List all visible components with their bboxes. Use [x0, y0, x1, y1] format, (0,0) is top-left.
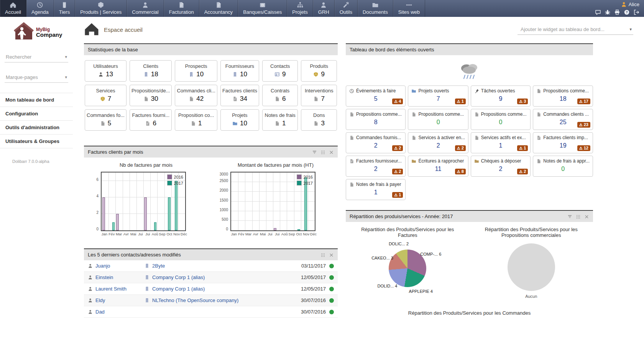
avatar — [621, 1, 627, 7]
dash-box-label: Commandes fournis... — [356, 135, 401, 140]
stat-label: Utilisateurs — [87, 63, 125, 69]
x-tick-label: Avr — [122, 232, 130, 236]
close-icon[interactable] — [329, 149, 334, 155]
menu-tab-agenda[interactable]: Agenda — [26, 0, 54, 17]
stat-box-commandes-fo[interactable]: Commandes fo...5 — [85, 109, 127, 131]
bookmarks-select[interactable]: Marque-pages ▾ — [5, 72, 68, 83]
late-badge: ⚠2 — [455, 145, 466, 151]
sidebar-item-mon-tableau-de-bord[interactable]: Mon tableau de bord — [0, 93, 73, 107]
contact-name-link[interactable]: Dad — [95, 309, 105, 315]
stat-box-contacts[interactable]: Contacts9 — [262, 60, 298, 82]
stat-box-fournisseurs[interactable]: Fournisseurs10 — [220, 60, 259, 82]
menu-tab-projets[interactable]: Projets — [287, 0, 313, 17]
stat-box-services[interactable]: Services7 — [85, 85, 127, 106]
sidebar-item-configuration[interactable]: Configuration — [0, 107, 73, 121]
doc-icon — [411, 112, 416, 117]
dash-box-propositions-comme-3[interactable]: Propositions comme...18⚠17 — [533, 85, 593, 107]
dash-box-notes-de-frais-appr-15[interactable]: Notes de frais à appr...0 — [533, 156, 593, 177]
stat-box-utilisateurs[interactable]: Utilisateurs13 — [85, 60, 127, 82]
stat-label: Commandes cli... — [177, 88, 215, 94]
dash-box-label: Propositions comme... — [543, 88, 589, 94]
menu-tab-outils[interactable]: Outils — [335, 0, 358, 17]
doc-icon — [536, 89, 541, 94]
close-icon[interactable] — [584, 214, 589, 219]
pie-invoices-col: Répartition des Produits/Services pour l… — [346, 226, 470, 304]
stat-box-projets[interactable]: Projets10 — [220, 109, 259, 131]
help-button[interactable]: ? — [624, 8, 630, 15]
dash-box-commandes-fournis-8[interactable]: Commandes fournis...2⚠2 — [346, 132, 406, 153]
late-badge: ⚠3 — [517, 99, 528, 104]
bar-2017-f-v-1 — [112, 222, 115, 231]
menu-tab-accueil[interactable]: Accueil — [0, 0, 26, 17]
open-items-widget: Tableau de bord des éléments ouverts Évé… — [346, 43, 593, 200]
stat-box-proposition-co[interactable]: Proposition co...1 — [175, 109, 217, 131]
dash-box-t-ches-ouvertes-2[interactable]: Tâches ouvertes9⚠3 — [471, 85, 531, 107]
menu-tab-facturation[interactable]: Facturation — [164, 0, 199, 17]
stat-box-factures-clients[interactable]: Factures clients34 — [220, 85, 259, 106]
stat-box-interventions[interactable]: Interventions7 — [301, 85, 337, 106]
sidebar-item-utilisateurs-groupes[interactable]: Utilisateurs & Groupes — [0, 135, 73, 148]
menu-tab-sites-web[interactable]: Sites web — [393, 0, 425, 17]
stat-box-contrats[interactable]: Contrats6 — [262, 85, 298, 106]
contact-company-link[interactable]: NLTechno (The OpenSource company) — [152, 297, 238, 303]
stat-box-notes-de-frais[interactable]: Notes de frais1 — [262, 109, 298, 131]
chat-button[interactable] — [595, 8, 601, 15]
contact-name-link[interactable]: Eldy — [95, 297, 105, 303]
stat-box-propositions-de[interactable]: Propositions/de...30 — [130, 85, 172, 106]
dash-box-propositions-comme-5[interactable]: Propositions comme...0 — [408, 109, 468, 130]
dash-box-label: Notes de frais à payer — [356, 182, 401, 187]
dash-box-critures-rapprocher-13[interactable]: Écritures à rapprocher11⚠8 — [408, 156, 468, 177]
contact-company-link[interactable]: 2Byte — [152, 263, 165, 269]
user-menu[interactable]: Alice — [621, 1, 639, 7]
dash-box-services-actifs-et-ex-10[interactable]: Services actifs et ex...1⚠1 — [471, 132, 531, 153]
stat-box-produits[interactable]: Produits9 — [301, 60, 337, 82]
dash-box-commandes-clients-7[interactable]: Commandes clients ...25⚠23 — [533, 109, 593, 130]
dash-box-notes-de-frais-payer-16[interactable]: Notes de frais à payer1⚠1 — [346, 179, 406, 200]
contact-name-link[interactable]: Juanjo — [95, 263, 110, 269]
menu-tab-produits-services[interactable]: Produits | Services — [75, 0, 127, 17]
filter-icon[interactable] — [567, 214, 572, 219]
contact-company-link[interactable]: Company Corp 1 (alias) — [152, 286, 205, 292]
dash-box-ch-ques-d-poser-14[interactable]: Chèques à déposer2⚠2 — [471, 156, 531, 177]
y-axis: 0246 — [86, 172, 101, 231]
menu-tab-banques-caisses[interactable]: Banques/Caisses — [238, 0, 287, 17]
contact-name-link[interactable]: Einstein — [95, 274, 113, 280]
drag-handle-icon[interactable] — [576, 214, 581, 219]
dash-box-projets-ouverts-1[interactable]: Projets ouverts7⚠1 — [408, 85, 468, 107]
dash-box-factures-fournisseur-12[interactable]: Factures fournisseur...2⚠2 — [346, 156, 406, 177]
dash-box-propositions-comme-4[interactable]: Propositions comme...8 — [346, 109, 406, 130]
contact-company-link[interactable]: Company Corp 1 (alias) — [152, 274, 205, 280]
filter-icon[interactable] — [312, 149, 317, 155]
menu-tab-accountancy[interactable]: Accountancy — [199, 0, 238, 17]
company-logo[interactable]: MyBig Company — [14, 22, 73, 42]
menu-tab-documents[interactable]: Documents — [358, 0, 393, 17]
search-input[interactable]: Rechercher ▾ — [5, 52, 68, 62]
dash-box-factures-clients-imp-11[interactable]: Factures clients imp...19⚠12 — [533, 132, 593, 153]
logout-button[interactable] — [633, 8, 639, 15]
add-widget-select[interactable]: Ajouter le widget au tableau de bord... … — [518, 25, 633, 35]
dash-box-value: 0 — [536, 166, 590, 172]
sidebar-item-outils-d-administration[interactable]: Outils d'administration — [0, 121, 73, 135]
close-icon[interactable] — [329, 252, 334, 258]
menu-tab-grh[interactable]: GRH — [313, 0, 335, 17]
stat-box-factures-fourni[interactable]: Factures fourni...6 — [130, 109, 172, 131]
contact-name-link[interactable]: Laurent Smith — [95, 286, 127, 292]
home-icon — [10, 2, 16, 8]
dash-box-services-activer-en-9[interactable]: Services à activer en...2⚠2 — [408, 132, 468, 153]
help-icon: ? — [624, 9, 630, 15]
drag-handle-icon[interactable] — [320, 252, 325, 258]
dash-box-v-nements-faire-0[interactable]: Événements à faire5⚠4 — [346, 85, 406, 107]
plot-area: 20162017 — [101, 172, 186, 231]
stat-box-prospects[interactable]: Prospects10 — [175, 60, 217, 82]
bug-button[interactable] — [605, 8, 611, 15]
menu-tab-commercial[interactable]: Commercial — [127, 0, 164, 17]
warning-icon: ⚠ — [457, 99, 460, 103]
print-button[interactable] — [614, 8, 620, 15]
stat-box-clients[interactable]: Clients18 — [130, 60, 172, 82]
dash-box-propositions-comme-6[interactable]: Propositions comme...0 — [471, 109, 531, 130]
drag-handle-icon[interactable] — [320, 149, 325, 155]
dash-box-label: Services actifs et ex... — [481, 135, 526, 140]
stat-box-commandes-cli[interactable]: Commandes cli...42 — [175, 85, 217, 106]
menu-tab-tiers[interactable]: Tiers — [54, 0, 75, 17]
stat-box-dons[interactable]: Dons3 — [301, 109, 337, 131]
